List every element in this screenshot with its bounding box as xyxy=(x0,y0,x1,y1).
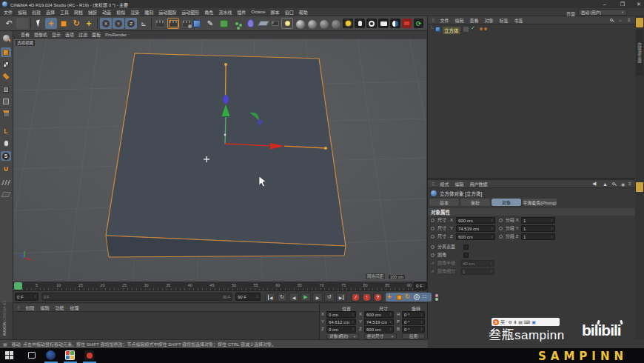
size-y-field[interactable]: 74.519 cm↕ xyxy=(456,225,495,232)
floor-environment-icon[interactable] xyxy=(258,18,269,29)
key-pla-toggle[interactable]: ∷ xyxy=(423,293,426,300)
render-visibility-dot[interactable] xyxy=(484,27,487,30)
pen-spline-icon[interactable]: ✎ xyxy=(204,18,216,29)
om-menu-tag[interactable]: 标签 xyxy=(499,17,508,24)
apply-button[interactable]: 应用 xyxy=(402,333,425,339)
dim-x-field[interactable]: 600 cm↕ xyxy=(364,311,394,318)
key-scale-toggle[interactable] xyxy=(397,295,402,300)
mat-menu-function[interactable]: 功能 xyxy=(55,304,64,311)
bend-deformer-icon[interactable] xyxy=(244,18,256,29)
om-filter-icon[interactable]: ≡ xyxy=(628,18,631,22)
vp-menu-camera[interactable]: 摄像机 xyxy=(34,31,47,38)
task-view-button[interactable] xyxy=(28,352,36,359)
editor-visibility-dot[interactable] xyxy=(480,27,483,30)
menu-snap[interactable]: 捕捉 xyxy=(88,9,97,16)
plane-icon[interactable] xyxy=(378,18,389,29)
keyframe-circle[interactable] xyxy=(431,253,435,257)
fillet-checkbox[interactable] xyxy=(463,253,469,258)
menu-octane[interactable]: Octane xyxy=(251,10,265,14)
am-menu-mode[interactable]: 模式 xyxy=(440,181,449,187)
dim-y-field[interactable]: 74.519 cm↕ xyxy=(364,319,394,325)
end-frame-field[interactable]: 90 F↕ xyxy=(235,293,261,301)
rot-b-field[interactable]: 0 °↕ xyxy=(402,326,425,333)
workplane-snap-icon[interactable] xyxy=(1,178,11,187)
close-button[interactable]: ✕ xyxy=(631,0,644,8)
record-camera-icon[interactable] xyxy=(401,18,412,29)
redo-icon[interactable] xyxy=(16,18,28,29)
points-mode-icon[interactable] xyxy=(1,84,11,94)
mat-menu-edit[interactable]: 编辑 xyxy=(40,304,49,311)
last-tool-icon[interactable]: + xyxy=(83,18,95,29)
om-search-icon[interactable] xyxy=(610,19,613,21)
vp-menu-view[interactable]: 查看 xyxy=(21,31,30,38)
om-menu-view[interactable]: 查看 xyxy=(469,17,478,24)
taskbar-app-2[interactable] xyxy=(65,350,75,360)
autokey-button[interactable]: ↑ xyxy=(362,293,372,302)
rot-h-field[interactable]: 0 °↕ xyxy=(402,311,425,318)
timeline-ruler[interactable]: 5 10 15 20 25 30 35 40 45 50 55 60 65 70… xyxy=(13,282,426,291)
am-lock-icon[interactable]: ◉ xyxy=(621,182,625,187)
pos-z-field[interactable]: 0 cm↕ xyxy=(326,326,356,333)
am-menu-edit[interactable]: 编辑 xyxy=(455,181,463,187)
range-slider[interactable]: 0 F 90 F xyxy=(41,293,232,301)
tab-object[interactable]: 对象 xyxy=(492,199,521,206)
vp-menu-display[interactable]: 显示 xyxy=(52,31,61,38)
menu-window[interactable]: 窗口 xyxy=(285,9,294,16)
key-position-toggle[interactable]: + xyxy=(387,293,392,301)
am-menu-icon[interactable]: ≡ xyxy=(628,182,631,186)
mode-dropdown[interactable]: 对象(相对)▼ xyxy=(326,333,359,339)
record-keyframe-button[interactable]: ∕ xyxy=(351,293,360,302)
rot-p-field[interactable]: 0 °↕ xyxy=(402,319,425,325)
maximize-button[interactable]: ❐ xyxy=(614,0,631,8)
keyframe-circle[interactable] xyxy=(499,219,503,222)
vp-menu-prorender[interactable]: ProRender xyxy=(105,33,127,37)
dock-tab-icon-bottom[interactable] xyxy=(636,182,643,192)
edges-mode-icon[interactable] xyxy=(1,96,11,106)
am-up-icon[interactable]: ▲ xyxy=(603,182,608,187)
workplane-mode-icon[interactable] xyxy=(1,71,11,81)
next-frame-button[interactable]: ▶ xyxy=(312,293,323,302)
menu-plugins[interactable]: 插件 xyxy=(237,9,246,16)
menu-mograph[interactable]: 运动图形 xyxy=(181,9,199,16)
contrast-icon[interactable] xyxy=(389,18,401,29)
menu-script[interactable]: 脚本 xyxy=(271,9,280,16)
camera-icon[interactable] xyxy=(269,18,281,29)
live-selection-icon[interactable] xyxy=(33,18,44,29)
om-menu-edit[interactable]: 编辑 xyxy=(455,17,463,24)
menu-select[interactable]: 选择 xyxy=(46,9,55,16)
previous-frame-button[interactable]: ◀ xyxy=(289,293,299,302)
y-axis-lock-icon[interactable]: Y xyxy=(113,18,124,29)
plane-grid-icon[interactable] xyxy=(1,190,11,199)
object-row-cube[interactable]: └ 立方体 ✓ xyxy=(428,25,636,33)
om-home-icon[interactable]: ⌂ xyxy=(619,18,622,22)
menu-render[interactable]: 渲染 xyxy=(130,9,139,16)
taskbar-app-1[interactable] xyxy=(46,350,56,360)
scale-tool-icon[interactable] xyxy=(58,18,70,29)
keyframe-circle[interactable] xyxy=(431,235,435,239)
mat-menu-texture[interactable]: 纹理 xyxy=(70,304,78,311)
size-x-field[interactable]: 600 cm↕ xyxy=(456,217,495,224)
model-mode-icon[interactable] xyxy=(1,47,11,57)
dock-tab-vertical[interactable]: 内容浏览器 xyxy=(636,30,643,76)
goto-start-button[interactable]: ◀ xyxy=(265,293,275,302)
x-axis-lock-icon[interactable]: X xyxy=(100,18,112,29)
goto-end-button[interactable]: ▶ xyxy=(336,293,346,302)
size-mode-dropdown[interactable]: 绝对尺寸▼ xyxy=(364,333,397,339)
menu-tools[interactable]: 工具 xyxy=(60,9,69,16)
om-menu-file[interactable]: 文件 xyxy=(440,17,449,24)
tab-phong[interactable]: 平滑着色(Phong) xyxy=(523,199,557,206)
make-editable-icon[interactable] xyxy=(1,33,11,43)
object-name[interactable]: 立方体 xyxy=(443,27,460,34)
enabled-check-icon[interactable]: ✓ xyxy=(471,25,475,31)
menu-motion-tracker[interactable]: 运动跟踪 xyxy=(158,9,176,16)
menu-pipeline[interactable]: 流水线 xyxy=(218,9,232,16)
pos-y-field[interactable]: 64.612 cm↕ xyxy=(326,319,356,325)
visibility-toggle-icon[interactable] xyxy=(463,27,469,32)
am-search-icon[interactable] xyxy=(612,182,615,185)
render-picture-viewer-icon[interactable] xyxy=(167,18,179,29)
segments-x-field[interactable]: 1↕ xyxy=(521,217,555,224)
refresh-icon[interactable]: ⟳ xyxy=(413,18,424,29)
vp-menu-filter[interactable]: 过滤 xyxy=(78,31,87,38)
rotate-tool-icon[interactable]: ↻ xyxy=(70,18,82,29)
mat-menu-create[interactable]: 创建 xyxy=(25,304,34,311)
